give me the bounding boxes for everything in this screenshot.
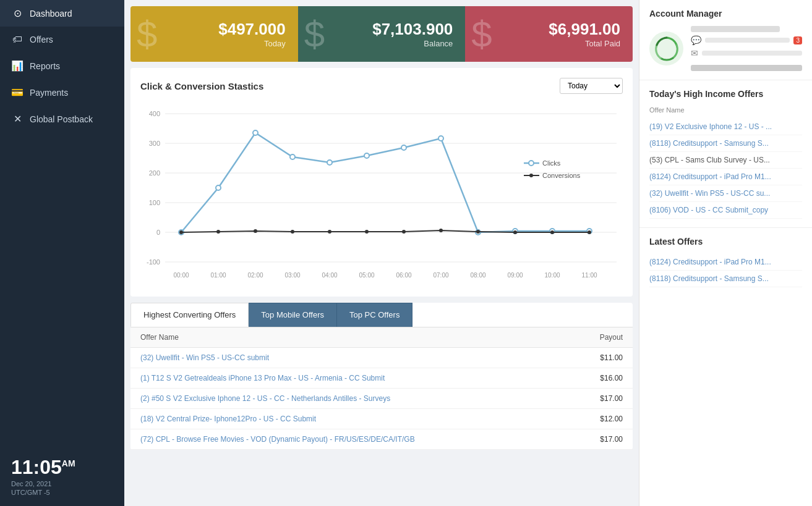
timezone-display: UTC/GMT -5 <box>11 489 113 496</box>
sidebar-item-global-postback[interactable]: ✕ Global Postback <box>0 106 124 132</box>
svg-text:Clicks: Clicks <box>542 159 561 167</box>
am-email-row: ✉ <box>691 48 802 58</box>
stat-amount-today: $497.000 <box>218 20 285 39</box>
sidebar-label-payments: Payments <box>30 88 68 98</box>
main-content: $ $497.000 Today $ $7,103.900 Balance $ … <box>124 0 639 506</box>
time-display: 11:05AM <box>11 456 75 478</box>
sidebar-label-dashboard: Dashboard <box>30 9 72 19</box>
latest-offer-link[interactable]: (8124) Creditsupport - iPad Pro M1... <box>649 254 802 271</box>
tabs-header: Highest Converting Offers Top Mobile Off… <box>130 303 633 327</box>
stats-row: $ $497.000 Today $ $7,103.900 Balance $ … <box>130 6 633 62</box>
high-income-offer-link[interactable]: (8106) VOD - US - CC Submit_copy <box>649 202 802 219</box>
high-income-offer-link[interactable]: (8118) Creditsupport - Samsung S... <box>649 135 802 152</box>
offer-link[interactable]: (72) CPL - Browse Free Movies - VOD (Dyn… <box>140 435 415 444</box>
table-row: (72) CPL - Browse Free Movies - VOD (Dyn… <box>130 429 633 450</box>
chart-dropdown[interactable]: Today Yesterday Last 7 Days <box>560 78 623 94</box>
svg-text:02:00: 02:00 <box>247 272 263 279</box>
stat-card-balance: $ $7,103.900 Balance <box>298 6 466 62</box>
high-income-offer-link[interactable]: (53) CPL - Sams Club Survey - US... <box>649 152 802 169</box>
payments-icon: 💳 <box>11 86 24 98</box>
svg-point-39 <box>291 230 294 234</box>
stat-label-totalpaid: Total Paid <box>585 39 620 48</box>
table-row: (18) V2 Central Prize- Iphone12Pro - US … <box>130 409 633 429</box>
payout-cell: $16.00 <box>569 368 633 389</box>
svg-point-29 <box>364 153 369 158</box>
offer-name-cell: (1) T12 S V2 Getrealdeals iPhone 13 Pro … <box>130 368 569 389</box>
svg-point-43 <box>439 229 443 232</box>
svg-text:00:00: 00:00 <box>173 272 189 279</box>
svg-point-41 <box>365 230 369 234</box>
svg-point-42 <box>402 230 406 234</box>
tab-top-pc[interactable]: Top PC Offers <box>336 303 412 327</box>
high-income-offer-link[interactable]: (8124) Creditsupport - iPad Pro M1... <box>649 169 802 185</box>
stat-amount-balance: $7,103.900 <box>372 20 453 39</box>
sidebar-item-payments[interactable]: 💳 Payments <box>0 79 124 106</box>
svg-text:200: 200 <box>149 169 160 177</box>
svg-text:100: 100 <box>149 199 160 206</box>
date-display: Dec 20, 2021 <box>11 480 113 487</box>
sidebar-label-reports: Reports <box>30 61 60 71</box>
offer-name-header: Offer Name <box>649 106 802 114</box>
chart-container: 400 300 200 100 0 -100 00:00 01:00 02:00… <box>140 101 623 287</box>
stat-card-today: $ $497.000 Today <box>130 6 298 62</box>
svg-text:03:00: 03:00 <box>284 272 300 279</box>
payout-cell: $11.00 <box>569 348 633 368</box>
sidebar-label-global-postback: Global Postback <box>30 114 93 124</box>
svg-text:05:00: 05:00 <box>359 272 374 279</box>
chart-section: Click & Conversion Stastics Today Yester… <box>130 68 633 297</box>
offers-icon: 🏷 <box>11 34 24 45</box>
payout-cell: $17.00 <box>569 429 633 450</box>
payout-cell: $12.00 <box>569 409 633 429</box>
high-income-title: Today's High Income Offers <box>649 89 802 99</box>
sidebar-item-offers[interactable]: 🏷 Offers <box>0 27 124 53</box>
svg-point-31 <box>438 136 443 141</box>
svg-text:08:00: 08:00 <box>470 272 485 279</box>
high-income-offer-link[interactable]: (32) Uwellfit - Win PS5 - US-CC su... <box>649 185 802 202</box>
svg-point-37 <box>216 230 220 234</box>
payout-cell: $17.00 <box>569 389 633 409</box>
stat-amount-totalpaid: $6,991.00 <box>549 20 620 39</box>
svg-text:0: 0 <box>156 229 160 236</box>
offer-link[interactable]: (32) Uwellfit - Win PS5 - US-CC submit <box>140 353 269 362</box>
col-payout: Payout <box>569 327 633 348</box>
sidebar-time: 11:05AM Dec 20, 2021 UTC/GMT -5 <box>0 446 124 506</box>
latest-offer-link[interactable]: (8118) Creditsupport - Samsung S... <box>649 271 802 287</box>
offer-name-cell: (32) Uwellfit - Win PS5 - US-CC submit <box>130 348 569 368</box>
svg-point-47 <box>588 230 591 234</box>
latest-offers-title: Latest Offers <box>649 237 802 247</box>
offer-link[interactable]: (18) V2 Central Prize- Iphone12Pro - US … <box>140 415 316 423</box>
svg-point-44 <box>476 230 480 234</box>
chart-title: Click & Conversion Stastics <box>140 81 263 91</box>
svg-text:01:00: 01:00 <box>210 272 226 279</box>
high-income-offer-link[interactable]: (19) V2 Exclusive Iphone 12 - US - ... <box>649 119 802 135</box>
stat-bg-icon-balance: $ <box>304 13 325 56</box>
svg-point-40 <box>328 230 331 234</box>
sidebar-item-dashboard[interactable]: ⊙ Dashboard <box>0 0 124 27</box>
svg-text:-100: -100 <box>147 258 160 266</box>
current-time: 11:05AM <box>11 456 113 479</box>
account-manager-section: Account Manager <box>639 0 812 80</box>
svg-point-27 <box>290 154 295 159</box>
sidebar-spacer <box>0 132 124 446</box>
am-chat-bar <box>705 38 790 43</box>
table-row: (1) T12 S V2 Getrealdeals iPhone 13 Pro … <box>130 368 633 389</box>
am-badge: 3 <box>793 36 802 44</box>
table-row: (2) #50 S V2 Exclusive Iphone 12 - US - … <box>130 389 633 409</box>
svg-point-26 <box>253 130 258 135</box>
svg-text:09:00: 09:00 <box>507 272 523 279</box>
tab-highest-converting[interactable]: Highest Converting Offers <box>130 303 249 327</box>
col-offer-name: Offer Name <box>130 327 569 348</box>
account-manager-row: 💬 3 ✉ <box>649 26 802 71</box>
offer-name-cell: (2) #50 S V2 Exclusive Iphone 12 - US - … <box>130 389 569 409</box>
svg-text:10:00: 10:00 <box>544 272 560 279</box>
latest-offers-list: (8124) Creditsupport - iPad Pro M1...(81… <box>649 254 802 287</box>
sidebar-item-reports[interactable]: 📊 Reports <box>0 53 124 79</box>
am-name-bar <box>691 26 780 32</box>
account-manager-title: Account Manager <box>649 9 802 19</box>
tab-top-mobile[interactable]: Top Mobile Offers <box>248 303 337 327</box>
offer-name-cell: (72) CPL - Browse Free Movies - VOD (Dyn… <box>130 429 569 450</box>
chart-header: Click & Conversion Stastics Today Yester… <box>140 78 623 94</box>
global-postback-icon: ✕ <box>11 113 24 125</box>
offer-link[interactable]: (1) T12 S V2 Getrealdeals iPhone 13 Pro … <box>140 374 385 382</box>
offer-link[interactable]: (2) #50 S V2 Exclusive Iphone 12 - US - … <box>140 394 390 403</box>
